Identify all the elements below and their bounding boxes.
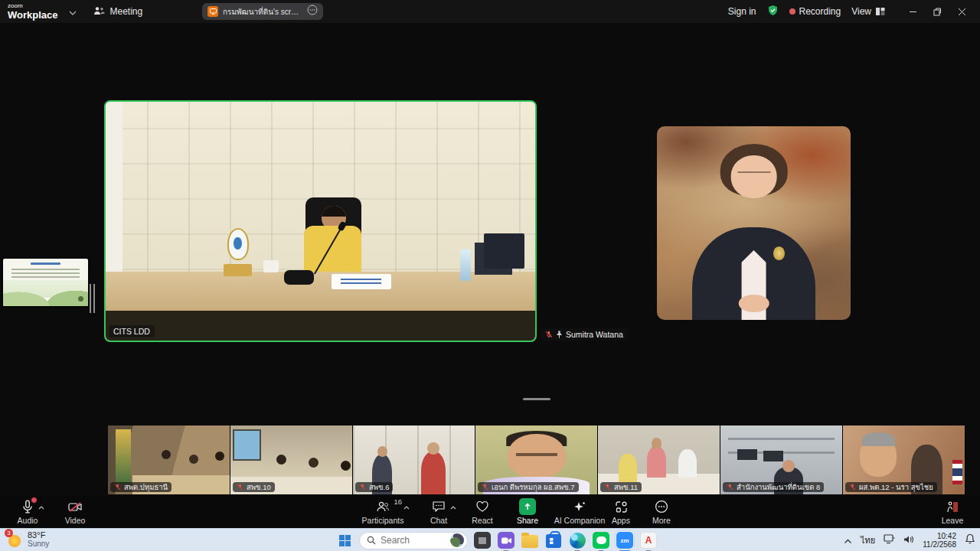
pin-icon (556, 331, 563, 338)
volume-icon[interactable] (903, 533, 914, 547)
taskbar-line-app[interactable] (592, 531, 610, 549)
sparkle-icon (573, 500, 586, 514)
weather-alert-badge: 3 (5, 529, 13, 537)
heart-icon (475, 500, 489, 513)
shared-screen-tab-label: กรมพัฒนาที่ดิน's screen (223, 6, 302, 18)
security-shield-icon[interactable] (767, 5, 779, 19)
audio-alert-badge (31, 497, 38, 504)
participants-button[interactable]: 16 Participants (355, 496, 410, 528)
shared-slide-thumbnail[interactable] (2, 257, 90, 308)
chevron-down-icon[interactable] (69, 5, 77, 18)
participants-icon (376, 500, 390, 513)
taskbar-acrobat-app[interactable]: A (639, 531, 658, 549)
apps-grid-icon (615, 500, 628, 514)
meeting-toolbar: Audio Video 16 Participants (0, 496, 980, 528)
windows-taskbar: 3 83°F Sunny (0, 528, 980, 551)
participant-photo (657, 126, 851, 320)
recording-dot-icon (789, 8, 795, 15)
video-thumbnail[interactable]: เอนก ดีพรหมกุล ผอ.สพข.7 (475, 425, 598, 494)
taskbar-file-explorer[interactable] (521, 531, 539, 549)
leave-button[interactable]: Leave (933, 496, 972, 528)
taskbar-edge-browser[interactable] (568, 531, 586, 549)
participant-name-badge: สพด.ปทุมธานี (110, 482, 172, 493)
video-thumbnail[interactable]: สพข.11 (598, 425, 720, 494)
participant-name-badge: สพข.11 (600, 482, 642, 493)
muted-mic-icon (482, 484, 488, 491)
share-screen-icon (519, 498, 536, 515)
notification-bell-icon[interactable] (965, 533, 975, 547)
video-thumbnail[interactable]: สพด.ปทุมธานี (108, 425, 230, 494)
zoom-workplace-logo: zoom Workplace (8, 3, 58, 20)
cast-display-icon[interactable] (884, 533, 895, 547)
muted-mic-icon (727, 484, 733, 491)
video-thumbnail[interactable]: สำนักงานพัฒนาที่ดินเขต 8 (720, 425, 843, 494)
shared-screen-app-icon (207, 6, 218, 17)
audio-button[interactable]: Audio (8, 496, 47, 528)
thumbnail-resize-handle[interactable] (90, 284, 95, 313)
more-ellipsis-icon (655, 500, 668, 514)
chat-options-chevron[interactable] (450, 502, 456, 511)
react-button[interactable]: React (464, 496, 501, 528)
muted-mic-icon (604, 484, 611, 491)
tray-time: 10:42 (923, 532, 956, 540)
filmstrip-resize-handle[interactable] (523, 398, 550, 400)
video-tile-pinned[interactable]: Sumitra Watana (539, 102, 968, 342)
meeting-stage: CITS LDD Sumitra Watana สพด.ปทุมธานี (0, 23, 980, 496)
weather-temp: 83°F (28, 530, 49, 540)
start-button[interactable] (335, 531, 354, 549)
participant-name-badge: เอนก ดีพรหมกุล ผอ.สพข.7 (478, 482, 579, 493)
muted-mic-icon (237, 484, 243, 491)
tray-chevron-up-icon[interactable] (844, 533, 852, 547)
view-button[interactable]: View (851, 6, 885, 17)
taskbar-app-camera[interactable] (497, 531, 515, 549)
weather-condition: Sunny (28, 540, 49, 548)
share-button[interactable]: Share (507, 496, 548, 528)
video-thumbnail[interactable]: สพข.10 (230, 425, 353, 494)
restore-button[interactable] (926, 2, 948, 21)
muted-mic-icon (849, 484, 856, 491)
chat-icon (432, 500, 446, 513)
people-icon (93, 6, 105, 18)
close-button[interactable] (951, 2, 972, 21)
participant-filmstrip: สพด.ปทุมธานี สพข.10 สพข.6 (108, 425, 965, 494)
audio-options-chevron[interactable] (38, 502, 44, 511)
participants-options-chevron[interactable] (403, 502, 410, 511)
search-highlight-image (450, 533, 464, 547)
participant-name-badge: CITS LDD (109, 325, 155, 338)
grid-view-icon (876, 7, 885, 16)
apps-button[interactable]: Apps (603, 496, 639, 528)
tray-date: 11/2/2568 (923, 540, 956, 549)
more-button[interactable]: More (643, 496, 680, 528)
participant-name-badge: Sumitra Watana (541, 328, 628, 341)
taskbar-microsoft-store[interactable] (544, 531, 563, 549)
video-tile-active-speaker[interactable]: CITS LDD (104, 100, 537, 342)
muted-mic-icon (114, 484, 121, 491)
zoom-meeting-window: zoom Workplace Meeting กรมพัฒนาที่ดิน's … (0, 0, 980, 551)
taskbar-app-dark[interactable] (473, 531, 492, 549)
weather-widget[interactable]: 3 83°F Sunny (6, 530, 49, 548)
camera-off-icon (68, 501, 83, 513)
thai-flag-icon (952, 460, 962, 484)
taskbar-zoom-app[interactable]: zm (616, 531, 634, 549)
video-thumbnail[interactable]: สพข.6 (353, 425, 475, 494)
search-input[interactable] (381, 535, 446, 546)
language-indicator[interactable]: ไทย (861, 533, 875, 547)
taskbar-search[interactable] (359, 532, 468, 549)
search-icon (367, 536, 376, 545)
windows-logo-icon (339, 535, 351, 546)
tab-meeting[interactable]: Meeting (93, 6, 143, 18)
video-camera-icon (501, 537, 511, 544)
chat-button[interactable]: Chat (420, 496, 458, 528)
tab-shared-screen[interactable]: กรมพัฒนาที่ดิน's screen (202, 3, 323, 20)
leave-door-icon (946, 500, 959, 514)
title-bar: zoom Workplace Meeting กรมพัฒนาที่ดิน's … (0, 0, 980, 23)
participant-name-badge: สพข.10 (233, 482, 275, 493)
video-button[interactable]: Video (55, 496, 95, 528)
video-thumbnail[interactable]: ผส.พด.12 - นรา สุขไชย (843, 425, 965, 494)
tab-options-icon[interactable] (307, 5, 318, 18)
recording-indicator[interactable]: Recording (789, 6, 841, 17)
minimize-button[interactable] (902, 2, 923, 21)
sign-in-button[interactable]: Sign in (728, 6, 756, 17)
clock-widget[interactable]: 10:42 11/2/2568 (923, 532, 956, 549)
participant-name-badge: สพข.6 (355, 482, 393, 493)
